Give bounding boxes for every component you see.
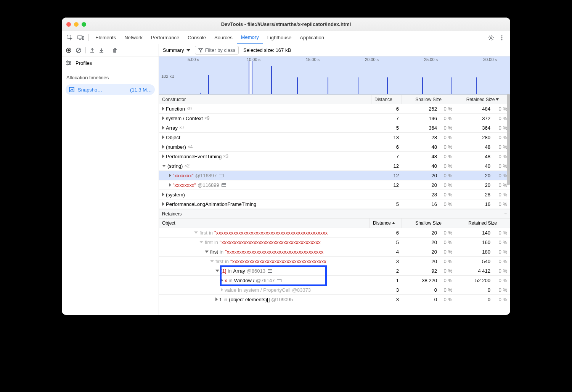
retainer-row[interactable]: value in system / PropertyCell @83373300…: [159, 285, 510, 295]
tab-console[interactable]: Console: [183, 31, 210, 44]
allocation-bar: [328, 77, 328, 94]
chevron-right-icon[interactable]: [162, 107, 164, 111]
chevron-down-icon[interactable]: [210, 260, 214, 262]
record-icon[interactable]: [66, 47, 72, 53]
chevron-right-icon[interactable]: [162, 154, 164, 158]
gc-icon[interactable]: [112, 47, 117, 53]
retainers-menu-icon[interactable]: ≡: [504, 211, 507, 217]
allocation-bar: [358, 77, 358, 94]
tab-memory[interactable]: Memory: [237, 31, 263, 44]
filter-icon: [198, 48, 203, 53]
svg-point-18: [69, 62, 70, 63]
retainer-row[interactable]: first in "xxxxxxxxxxxxxxxxxxxxxxxxxxxxxx…: [159, 257, 510, 266]
class-filter-input[interactable]: Filter by class: [195, 46, 239, 55]
retainer-row[interactable]: first in "xxxxxxxxxxxxxxxxxxxxxxxxxxxxxx…: [159, 247, 510, 257]
tab-elements[interactable]: Elements: [91, 31, 120, 44]
chevron-down-icon[interactable]: [199, 241, 203, 243]
timeline-tick: 15.00 s: [306, 57, 320, 62]
col-shallow-ret[interactable]: Shallow Size: [402, 218, 455, 228]
allocation-bar: [422, 77, 423, 94]
retainers-label: Retainers: [162, 211, 182, 217]
constructor-row[interactable]: "xxxxxxx" @11689712200 %200 %: [159, 171, 510, 180]
retainer-row[interactable]: 1 in (object elements)[] @109095300 %00 …: [159, 295, 510, 304]
chevron-right-icon[interactable]: [169, 183, 171, 187]
allocation-bar: [476, 77, 477, 94]
chevron-down-icon[interactable]: [194, 231, 198, 234]
titlebar: DevTools - file:///Users/stmarthe/x-repl…: [62, 18, 510, 31]
chevron-down-icon[interactable]: [205, 251, 209, 253]
retainer-row[interactable]: x in Window / @76147138 2200 %52 2000 %: [159, 276, 510, 285]
chevron-right-icon[interactable]: [162, 135, 164, 139]
chevron-down-icon: [186, 49, 190, 51]
chevron-right-icon[interactable]: [162, 202, 164, 206]
minimize-window-icon[interactable]: [74, 22, 79, 27]
col-retained-ret[interactable]: Retained Size: [455, 218, 510, 228]
allocation-bar: [387, 77, 388, 94]
chevron-right-icon[interactable]: [169, 174, 171, 177]
chevron-right-icon[interactable]: [162, 145, 164, 149]
svg-rect-3: [82, 37, 84, 40]
upload-icon[interactable]: [90, 48, 95, 53]
tab-sources[interactable]: Sources: [210, 31, 237, 44]
constructor-row[interactable]: Function ×962520 %4840 %: [159, 104, 510, 114]
col-distance[interactable]: Distance: [371, 95, 402, 104]
more-icon[interactable]: [498, 34, 506, 42]
constructor-row[interactable]: PerformanceEventTiming ×37480 %480 %: [159, 152, 510, 161]
constructor-row[interactable]: system / Context ×971960 %3720 %: [159, 114, 510, 123]
retainer-row[interactable]: first in "xxxxxxxxxxxxxxxxxxxxxxxxxxxxxx…: [159, 238, 510, 247]
allocation-timeline[interactable]: 5.00 s10.00 s15.00 s20.00 s25.00 s30.00 …: [159, 56, 510, 95]
scrollbar-thumb[interactable]: [507, 94, 510, 185]
window-icon: [268, 269, 272, 273]
allocation-bar: [200, 93, 201, 94]
col-shallow[interactable]: Shallow Size: [402, 95, 455, 104]
download-icon[interactable]: [99, 48, 104, 53]
chevron-right-icon[interactable]: [162, 193, 164, 196]
constructor-row[interactable]: "xxxxxxxx" @11689912200 %200 %: [159, 180, 510, 190]
chevron-down-icon[interactable]: [215, 270, 219, 272]
constructor-row[interactable]: (number) ×46480 %480 %: [159, 142, 510, 152]
window-icon: [219, 174, 223, 177]
chevron-right-icon[interactable]: [215, 297, 218, 301]
svg-point-19: [67, 64, 68, 65]
col-constructor[interactable]: Constructor: [159, 95, 371, 104]
chevron-right-icon[interactable]: [221, 278, 223, 282]
timeline-tick: 30.00 s: [483, 57, 497, 62]
sort-asc-icon: [392, 222, 395, 224]
gear-icon[interactable]: [487, 34, 495, 42]
sliders-icon[interactable]: [66, 60, 72, 66]
allocation-bar: [451, 77, 452, 94]
tab-performance[interactable]: Performance: [147, 31, 183, 44]
constructor-row[interactable]: Array ×753640 %3640 %: [159, 123, 510, 133]
constructor-row[interactable]: (string) ×212400 %400 %: [159, 161, 510, 171]
device-icon[interactable]: [77, 34, 85, 42]
chevron-down-icon[interactable]: [162, 165, 166, 167]
chevron-right-icon[interactable]: [221, 288, 223, 292]
allocation-bar: [208, 75, 209, 94]
svg-rect-1: [78, 36, 82, 39]
tab-application[interactable]: Application: [296, 31, 328, 44]
constructor-row[interactable]: (system)–280 %280 %: [159, 190, 510, 199]
clear-icon[interactable]: [76, 47, 82, 53]
col-object[interactable]: Object: [159, 218, 370, 228]
col-distance-ret[interactable]: Distance: [370, 218, 402, 228]
sidebar: Profiles Allocation timelines Snapsho… (…: [62, 44, 159, 315]
retainer-row[interactable]: first in "xxxxxxxxxxxxxxxxxxxxxxxxxxxxxx…: [159, 228, 510, 238]
snapshot-name: Snapsho…: [78, 87, 127, 93]
tab-network[interactable]: Network: [120, 31, 147, 44]
chevron-right-icon[interactable]: [162, 126, 164, 130]
svg-point-6: [501, 37, 503, 38]
timeline-tick: 20.00 s: [365, 57, 379, 62]
window-title: DevTools - file:///Users/stmarthe/x-repl…: [62, 21, 510, 27]
chevron-right-icon[interactable]: [162, 116, 164, 120]
close-window-icon[interactable]: [66, 22, 71, 27]
zoom-window-icon[interactable]: [82, 22, 86, 27]
inspect-icon[interactable]: [66, 34, 74, 42]
sidebar-item-snapshot[interactable]: Snapsho… (11.3 M…: [66, 84, 155, 95]
perspective-select[interactable]: Summary: [163, 47, 190, 53]
svg-point-17: [67, 61, 68, 62]
retainer-row[interactable]: [1] in Array @860132920 %4 4120 %: [159, 266, 510, 276]
tab-lighthouse[interactable]: Lighthouse: [263, 31, 296, 44]
constructor-row[interactable]: PerformanceLongAnimationFrameTiming5160 …: [159, 199, 510, 209]
constructor-row[interactable]: Object13280 %2800 %: [159, 133, 510, 142]
col-retained[interactable]: Retained Size: [455, 95, 510, 104]
